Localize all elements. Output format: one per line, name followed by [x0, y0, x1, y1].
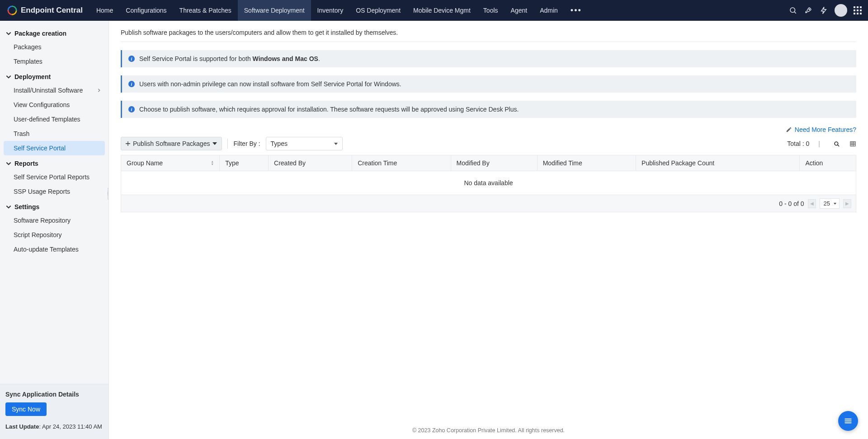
sidebar: Package creationPackagesTemplatesDeploym… — [0, 21, 109, 439]
info-icon: i — [128, 106, 135, 112]
main-nav: HomeConfigurationsThreats & PatchesSoftw… — [90, 0, 564, 21]
info-non-admin: i Users with non-admin privilege can now… — [121, 75, 856, 93]
nav-item-admin[interactable]: Admin — [533, 0, 564, 21]
rocket-icon[interactable] — [804, 6, 813, 15]
total-count: Total : 0 — [787, 140, 809, 147]
svg-line-4 — [838, 145, 839, 146]
packages-table: Group Name▲▼TypeCreated ByCreation TimeM… — [121, 155, 856, 171]
last-update: Last Update: Apr 24, 2023 11:40 AM — [5, 423, 103, 430]
publish-packages-button[interactable]: Publish Software Packages — [121, 137, 222, 150]
column-published-package-count[interactable]: Published Package Count — [636, 155, 800, 171]
column-creation-time[interactable]: Creation Time — [352, 155, 451, 171]
page-description: Publish software packages to the users/c… — [121, 29, 856, 42]
svg-line-1 — [794, 12, 796, 13]
brand-text: Endpoint Central — [21, 6, 83, 15]
help-fab-button[interactable] — [838, 411, 858, 431]
sidebar-item-self-service-portal[interactable]: Self Service Portal — [4, 141, 105, 155]
pager-next-button[interactable]: ▶ — [843, 199, 851, 208]
sidebar-footer: Sync Application Details Sync Now Last U… — [0, 384, 108, 439]
info-icon: i — [128, 81, 135, 87]
table-search-icon[interactable] — [833, 140, 840, 147]
sidebar-item-software-repository[interactable]: Software Repository — [0, 213, 108, 228]
no-data-message: No data available — [121, 171, 856, 195]
sidebar-item-install-uninstall-software[interactable]: Install/Uninstall Software — [0, 83, 108, 98]
filter-type-select[interactable]: Types — [266, 137, 343, 150]
table-pagination: 0 - 0 of 0 ◀ 25 ▶ — [121, 195, 856, 212]
nav-item-tools[interactable]: Tools — [477, 0, 505, 21]
table-columns-icon[interactable] — [849, 140, 856, 147]
sidebar-item-user-defined-templates[interactable]: User-defined Templates — [0, 112, 108, 126]
nav-item-inventory[interactable]: Inventory — [311, 0, 350, 21]
info-approval: i Choose to publish software, which requ… — [121, 101, 856, 118]
brand[interactable]: Endpoint Central — [0, 5, 90, 15]
nav-more-icon[interactable]: ••• — [564, 6, 585, 15]
sync-title: Sync Application Details — [5, 391, 103, 398]
sidebar-group-reports[interactable]: Reports — [0, 155, 108, 170]
column-type[interactable]: Type — [220, 155, 269, 171]
topbar-icons — [788, 4, 868, 17]
sidebar-item-auto-update-templates[interactable]: Auto-update Templates — [0, 242, 108, 257]
sidebar-item-self-service-portal-reports[interactable]: Self Service Portal Reports — [0, 170, 108, 184]
menu-icon — [844, 416, 853, 425]
column-group-name[interactable]: Group Name▲▼ — [121, 155, 220, 171]
edit-icon — [786, 126, 792, 133]
nav-item-configurations[interactable]: Configurations — [119, 0, 173, 21]
sidebar-group-deployment[interactable]: Deployment — [0, 69, 108, 83]
filter-by-label: Filter By : — [233, 140, 260, 147]
info-icon: i — [128, 56, 135, 62]
table-toolbar: Publish Software Packages Filter By : Ty… — [121, 137, 856, 150]
user-avatar[interactable] — [835, 4, 847, 17]
svg-rect-5 — [850, 141, 855, 146]
column-modified-by[interactable]: Modified By — [451, 155, 537, 171]
content-area: Publish software packages to the users/c… — [109, 21, 868, 439]
sidebar-item-ssp-usage-reports[interactable]: SSP Usage Reports — [0, 184, 108, 199]
nav-item-mobile-device-mgmt[interactable]: Mobile Device Mgmt — [407, 0, 477, 21]
sidebar-item-view-configurations[interactable]: View Configurations — [0, 98, 108, 112]
nav-item-threats-patches[interactable]: Threats & Patches — [173, 0, 238, 21]
sidebar-item-templates[interactable]: Templates — [0, 54, 108, 69]
footer-copyright: © 2023 Zoho Corporation Private Limited.… — [121, 419, 856, 439]
nav-item-software-deployment[interactable]: Software Deployment — [238, 0, 311, 21]
svg-point-3 — [835, 142, 838, 145]
chevron-right-icon — [97, 87, 101, 94]
sidebar-group-settings[interactable]: Settings — [0, 199, 108, 213]
nav-item-home[interactable]: Home — [90, 0, 119, 21]
bolt-icon[interactable] — [819, 6, 828, 15]
apps-grid-icon[interactable] — [854, 6, 862, 14]
sidebar-group-package-creation[interactable]: Package creation — [0, 25, 108, 40]
column-action[interactable]: Action — [800, 155, 856, 171]
info-supported-os: i Self Service Portal is supported for b… — [121, 50, 856, 67]
sidebar-item-trash[interactable]: Trash — [0, 126, 108, 141]
search-icon[interactable] — [788, 6, 797, 15]
caret-down-icon — [212, 141, 217, 146]
brand-logo-icon — [7, 5, 17, 15]
column-modified-time[interactable]: Modified Time — [537, 155, 636, 171]
pager-range: 0 - 0 of 0 — [779, 200, 804, 207]
sidebar-item-packages[interactable]: Packages — [0, 40, 108, 54]
pager-prev-button[interactable]: ◀ — [808, 199, 816, 208]
top-navigation: Endpoint Central HomeConfigurationsThrea… — [0, 0, 868, 21]
nav-item-agent[interactable]: Agent — [505, 0, 534, 21]
svg-point-0 — [790, 8, 795, 13]
plus-icon — [126, 141, 130, 146]
need-more-features-link[interactable]: Need More Features? — [795, 126, 856, 133]
svg-point-2 — [809, 9, 810, 10]
column-created-by[interactable]: Created By — [269, 155, 352, 171]
sidebar-item-script-repository[interactable]: Script Repository — [0, 228, 108, 242]
nav-item-os-deployment[interactable]: OS Deployment — [349, 0, 407, 21]
pager-size-select[interactable]: 25 — [820, 198, 840, 209]
sync-now-button[interactable]: Sync Now — [5, 402, 47, 416]
